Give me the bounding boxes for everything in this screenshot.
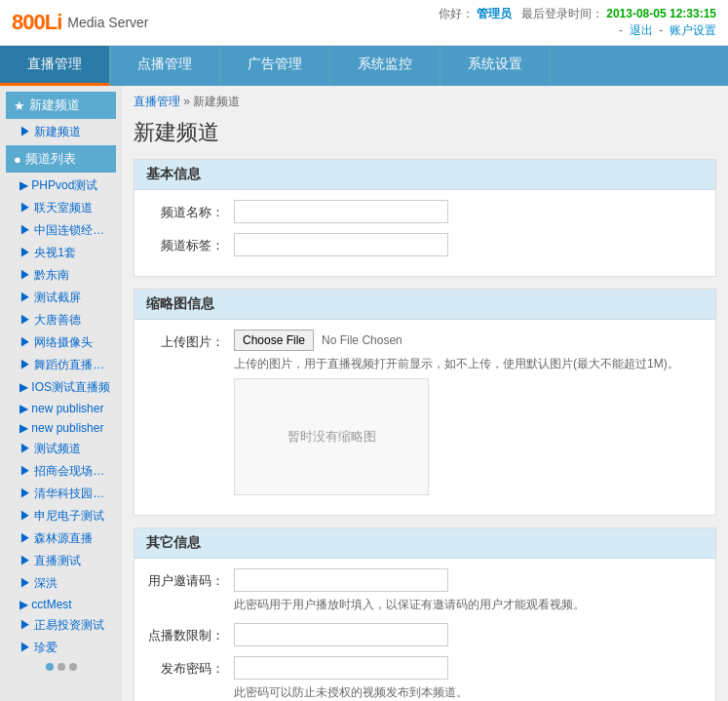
channel-tag-input[interactable] [234,233,448,256]
channel-name-row: 频道名称： [146,200,704,223]
bullet-icon17: ▶ [19,531,31,545]
bullet-icon11: ▶ [19,402,28,415]
bullet-icon20: ▶ [19,598,28,611]
bullet-icon4: ▶ [19,246,31,259]
sidebar-item-tsinghua[interactable]: ▶ 清华科技园摄像 [6,483,116,505]
page-dot-3[interactable] [69,663,77,671]
sidebar-item-camera[interactable]: ▶ 网络摄像头 [6,331,116,354]
sidebar-channel-list-section[interactable]: ● 频道列表 [6,145,116,173]
other-info-content: 用户邀请码： 此密码用于用户播放时填入，以保证有邀请码的用户才能观看视频。 点播… [134,559,715,701]
bullet-icon22: ▶ [19,641,31,654]
channel-name-label: 频道名称： [146,200,234,221]
sidebar-item-shenhong[interactable]: ▶ 深洪 [6,572,116,595]
sidebar-item-liantian[interactable]: ▶ 联天室频道 [6,197,116,219]
sidebar-item-zhenai[interactable]: ▶ 珍爱 [6,637,116,659]
sidebar-item-test-channel[interactable]: ▶ 测试频道 [6,438,116,460]
sidebar-item-zhengyi[interactable]: ▶ 正易投资测试 [6,614,116,637]
logo: 800Li Media Server [12,10,149,35]
publish-password-row: 发布密码： 此密码可以防止未授权的视频发布到本频道。 [146,656,704,701]
sidebar-item-publisher2[interactable]: ▶ new publisher [6,418,116,438]
file-input-row: Choose File No File Chosen [234,330,704,351]
sidebar-channel-list-label: 频道列表 [25,150,76,168]
basic-info-content: 频道名称： 频道标签： [134,190,715,276]
channel-tag-label: 频道标签： [146,233,234,254]
sidebar-item-dance[interactable]: ▶ 舞蹈仿直播测试 [6,354,116,376]
sidebar-new-channel-label: 新建频道 [29,97,80,114]
invite-code-row: 用户邀请码： 此密码用于用户播放时填入，以保证有邀请码的用户才能观看视频。 [146,568,704,613]
choose-file-button[interactable]: Choose File [234,330,314,351]
sidebar-item-publisher1[interactable]: ▶ new publisher [6,399,116,418]
upload-label: 上传图片： [146,330,234,351]
publish-password-input[interactable] [234,656,448,680]
view-limit-field [234,623,704,646]
nav-item-settings[interactable]: 系统设置 [441,46,551,86]
star-icon: ★ [14,98,25,113]
greeting-label: 你好： [439,7,474,20]
bullet-icon10: ▶ [19,380,28,394]
last-login-label: 最后登录时间： [521,7,603,20]
sidebar-item-forest[interactable]: ▶ 森林源直播 [6,527,116,550]
sidebar-item-qiandongnan[interactable]: ▶ 黔东南 [6,264,116,287]
nav-item-vod[interactable]: 点播管理 [110,46,220,86]
logo-text: 800Li [12,10,61,35]
view-limit-input[interactable] [234,623,448,646]
bullet-icon19: ▶ [19,576,31,590]
thumbnail-content: 上传图片： Choose File No File Chosen 上传的图片，用… [134,320,715,515]
header-user-info: 你好： 管理员 最后登录时间： 2013-08-05 12:33:15 - 退出… [439,6,716,39]
sidebar-item-ios[interactable]: ▶ IOS测试直播频 [6,376,116,399]
sidebar-item-test-screenshot[interactable]: ▶ 测试截屏 [6,287,116,309]
upload-hint: 上传的图片，用于直播视频打开前显示，如不上传，使用默认图片(最大不能超过1M)。 [234,355,704,372]
logout-link[interactable]: 退出 [630,23,653,37]
bullet-icon14: ▶ [19,464,31,478]
main-navigation: 直播管理 点播管理 广告管理 系统监控 系统设置 [0,46,728,86]
sidebar-item-phpvod[interactable]: ▶ PHPvod测试 [6,175,116,197]
publish-password-hint: 此密码可以防止未授权的视频发布到本频道。 [234,683,704,701]
bullet-icon13: ▶ [19,442,31,455]
sidebar-item-expo[interactable]: ▶ 招商会现场直播 [6,460,116,483]
bullet-icon16: ▶ [19,509,31,523]
bullet-icon2: ▶ [19,201,31,214]
channel-tag-field [234,233,704,256]
channel-name-input[interactable] [234,200,448,223]
view-limit-label: 点播数限制： [146,623,234,644]
bullet-icon3: ▶ [19,223,31,237]
sidebar-new-channel-section[interactable]: ★ 新建频道 [6,92,116,119]
nav-item-monitor[interactable]: 系统监控 [330,46,441,86]
thumbnail-header: 缩略图信息 [134,290,715,320]
bullet-icon9: ▶ [19,358,31,371]
publish-password-field: 此密码可以防止未授权的视频发布到本频道。 [234,656,704,701]
upload-row: 上传图片： Choose File No File Chosen 上传的图片，用… [146,330,704,495]
bullet-icon21: ▶ [19,618,31,632]
nav-item-ads[interactable]: 广告管理 [220,46,330,86]
nav-item-live[interactable]: 直播管理 [0,46,110,86]
basic-info-header: 基本信息 [134,160,715,190]
last-login-time: 2013-08-05 12:33:15 [606,7,716,20]
sidebar-item-livetest[interactable]: ▶ 直播测试 [6,550,116,572]
page-dot-2[interactable] [57,663,65,671]
thumbnail-preview: 暂时没有缩略图 [234,378,429,495]
sidebar-item-cctmest[interactable]: ▶ cctMest [6,595,116,614]
breadcrumb-parent[interactable]: 直播管理 [134,95,180,108]
invite-code-input[interactable] [234,568,448,592]
breadcrumb-separator: » [183,95,190,108]
thumbnail-preview-text: 暂时没有缩略图 [287,428,376,446]
bullet-icon18: ▶ [19,554,31,567]
no-file-text: No File Chosen [322,333,402,347]
sidebar-item-sn[interactable]: ▶ 申尼电子测试 [6,505,116,527]
page-dot-1[interactable] [46,663,54,671]
invite-code-field: 此密码用于用户播放时填入，以保证有邀请码的用户才能观看视频。 [234,568,704,613]
logo-subtitle: Media Server [67,15,148,30]
settings-link[interactable]: 账户设置 [670,23,716,37]
sidebar-new-channel-link[interactable]: ▶ 新建频道 [6,121,116,143]
sidebar-item-china[interactable]: ▶ 中国连锁经营实 [6,219,116,242]
main-content: 直播管理 » 新建频道 新建频道 基本信息 频道名称： 频道标签： [122,86,728,701]
invite-code-label: 用户邀请码： [146,568,234,590]
other-info-header: 其它信息 [134,528,715,559]
breadcrumb-current: 新建频道 [193,95,240,108]
bullet-icon: ▶ [19,178,28,192]
sidebar-item-cctv1[interactable]: ▶ 央视1套 [6,242,116,264]
sidebar-item-datang[interactable]: ▶ 大唐善德 [6,309,116,331]
arrow-icon: ▶ [19,125,31,138]
sidebar: ★ 新建频道 ▶ 新建频道 ● 频道列表 ▶ PHPvod测试 ▶ 联天室频道 … [0,86,122,701]
thumbnail-section: 缩略图信息 上传图片： Choose File No File Chosen 上… [134,289,716,516]
